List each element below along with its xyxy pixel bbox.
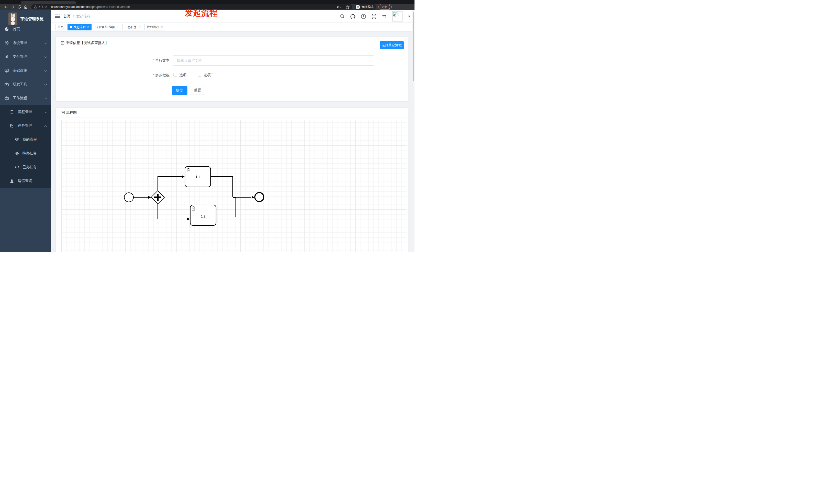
sidebar-item-process-management[interactable]: 流程管理 <box>0 105 51 119</box>
bpmn-user-task-1-1[interactable]: 1.1 <box>185 167 211 187</box>
sidebar-item-label: 待办任务 <box>23 151 37 156</box>
bpmn-start-event[interactable] <box>124 193 134 202</box>
close-icon[interactable]: ✕ <box>160 24 163 30</box>
sidebar-item-system[interactable]: 系统管理 <box>0 36 51 50</box>
workflow-submenu: 流程管理 任务管理 我的流程 待办任务 <box>0 105 51 188</box>
sidebar-item-label: 系统管理 <box>13 41 27 45</box>
bookmark-star-icon[interactable] <box>346 5 350 9</box>
tab-my-processes[interactable]: 我的流程 ✕ <box>144 24 165 30</box>
breadcrumb-current: 发起流程 <box>76 14 91 18</box>
sidebar-item-label: 基础设施 <box>13 68 27 73</box>
process-diagram-card: 流程图 <box>56 107 408 252</box>
font-size-icon[interactable]: TT <box>382 14 387 19</box>
tab-home[interactable]: 首页 <box>55 24 66 30</box>
avatar-dropdown-caret[interactable] <box>408 15 410 17</box>
task-label: 1.1 <box>195 175 200 179</box>
back-icon[interactable] <box>3 5 9 9</box>
browser-tab-strip <box>0 0 414 4</box>
window-scrollbar[interactable] <box>412 10 414 252</box>
single-line-text-input[interactable] <box>173 55 374 66</box>
sidebar-item-dev-tools[interactable]: 研发工具 <box>0 77 51 91</box>
page-annotation: 发起流程 <box>185 8 218 18</box>
url-separator <box>49 5 49 8</box>
tab-process-form-edit[interactable]: 流程表单-编辑 ✕ <box>93 24 121 30</box>
bpmn-canvas[interactable]: 1.1 1.2 <box>61 120 406 252</box>
update-chip[interactable]: 更新 <box>379 4 392 10</box>
scrollbar-thumb[interactable] <box>413 12 414 81</box>
tab-label: 已办任务 <box>125 24 137 30</box>
document-icon <box>61 41 65 45</box>
bpmn-user-task-1-2[interactable]: 1.2 <box>190 205 216 225</box>
reset-button[interactable]: 重置 <box>190 86 205 95</box>
chevron-down-icon <box>44 55 47 59</box>
sidebar-item-infrastructure[interactable]: 基础设施 <box>0 64 51 77</box>
sidebar-item-label: 请假查询 <box>18 179 32 183</box>
flow-task2-join <box>216 198 236 217</box>
bpmn-parallel-gateway[interactable] <box>151 191 165 204</box>
page-content: 申请信息【测试多审批人】 选择其它流程 *单行文本 *多选框组 选项一 选项二 … <box>51 31 414 252</box>
sidebar-item-label: 工作流程 <box>13 96 27 101</box>
arrowhead <box>187 218 190 221</box>
sidebar-item-leave-query[interactable]: 请假查询 <box>0 174 51 188</box>
breadcrumb-home[interactable]: 首页 <box>63 14 71 18</box>
sidebar-item-payment[interactable]: ¥ 支付管理 <box>0 50 51 64</box>
sidebar-item-workflow[interactable]: 工作流程 <box>0 91 51 105</box>
tab-label: 流程表单-编辑 <box>95 24 115 30</box>
flow-icon <box>10 124 14 128</box>
bpmn-end-event[interactable] <box>255 193 264 202</box>
url-path: /bpm/process-instance/create <box>89 5 130 9</box>
breadcrumb-separator: / <box>73 14 74 18</box>
tab-start-process[interactable]: 发起流程 ✕ <box>68 24 92 30</box>
browser-active-tab[interactable] <box>21 1 76 4</box>
home-icon[interactable] <box>23 5 29 9</box>
fullscreen-icon[interactable] <box>371 14 376 19</box>
sidebar-item-label: 支付管理 <box>13 54 27 59</box>
sidebar-item-label: 我的流程 <box>23 137 37 142</box>
person-icon <box>10 179 14 183</box>
chevron-down-icon <box>44 41 47 45</box>
sidebar-item-my-processes[interactable]: 我的流程 <box>0 133 51 147</box>
sidebar-item-done-tasks[interactable]: 已办任务 <box>0 160 51 174</box>
browser-menu-icon[interactable] <box>389 5 390 9</box>
key-icon[interactable] <box>337 6 341 8</box>
checkbox-option-1-label[interactable]: 选项一 <box>179 73 190 77</box>
incognito-badge: 无痕模式 <box>355 4 376 10</box>
help-icon[interactable]: ? <box>361 14 366 19</box>
incognito-icon <box>356 5 360 9</box>
search-icon[interactable] <box>340 14 345 19</box>
checkbox-option-2-label[interactable]: 选项二 <box>204 73 214 77</box>
apply-info-card-header: 申请信息【测试多审批人】 <box>56 37 408 49</box>
task-label: 1.2 <box>201 215 205 218</box>
apply-info-card: 申请信息【测试多审批人】 选择其它流程 *单行文本 *多选框组 选项一 选项二 … <box>56 37 408 102</box>
github-icon[interactable] <box>350 14 355 19</box>
sidebar-item-task-management[interactable]: 任务管理 <box>0 119 51 133</box>
update-label[interactable]: 更新 <box>381 5 387 9</box>
chevron-down-icon <box>44 69 47 73</box>
forward-icon[interactable] <box>9 5 16 9</box>
checkbox-option-1[interactable] <box>173 73 177 77</box>
broken-image-icon <box>393 12 399 17</box>
sidebar-collapse-icon[interactable] <box>55 14 60 18</box>
required-asterisk: * <box>153 73 154 77</box>
checkbox-option-2[interactable] <box>197 73 201 77</box>
gear-icon <box>5 41 9 45</box>
submit-button[interactable]: 提交 <box>172 86 187 95</box>
close-icon[interactable]: ✕ <box>139 24 141 30</box>
reload-icon[interactable] <box>16 5 23 9</box>
process-diagram-title: 流程图 <box>66 110 77 115</box>
sidebar-item-home[interactable]: 首页 <box>0 22 51 36</box>
avatar[interactable] <box>392 11 402 22</box>
sidebar-item-label: 任务管理 <box>18 123 32 128</box>
tab-done-tasks[interactable]: 已办任务 ✕ <box>122 24 143 30</box>
close-icon[interactable]: ✕ <box>116 24 118 30</box>
bpmn-diagram: 1.1 1.2 <box>61 120 406 252</box>
chevron-up-icon <box>44 124 47 128</box>
sidebar-item-label: 首页 <box>13 27 20 31</box>
sidebar-item-label: 流程管理 <box>18 110 32 114</box>
close-icon[interactable]: ✕ <box>87 24 89 30</box>
security-label[interactable]: 不安全 <box>38 5 47 9</box>
choose-other-process-button[interactable]: 选择其它流程 <box>380 41 404 49</box>
sidebar-item-todo-tasks[interactable]: 待办任务 <box>0 147 51 160</box>
breadcrumb: 首页 / 发起流程 <box>63 14 91 18</box>
required-asterisk: * <box>153 58 154 62</box>
